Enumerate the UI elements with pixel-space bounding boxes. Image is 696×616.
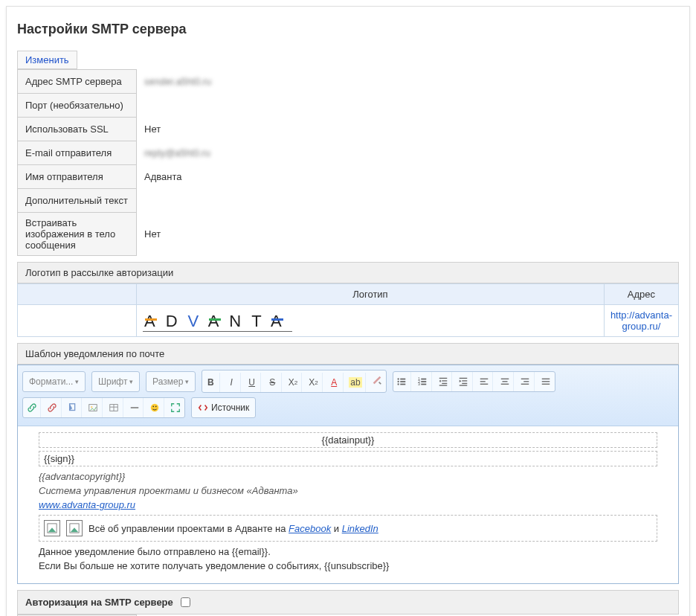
editor-toolbar: Формати...▾ Шрифт▾ Размер▾ B I U S X2 X2… [18,365,678,426]
svg-rect-31 [521,383,529,384]
svg-point-0 [398,378,399,379]
link-icon[interactable] [23,398,41,417]
svg-point-2 [398,380,399,382]
linkedin-placeholder-icon [66,520,83,536]
addr-col-header: Адрес [604,284,678,305]
svg-rect-32 [542,378,550,379]
advanta-logo: ADVANTA [143,310,292,332]
table-icon[interactable] [106,398,123,417]
svg-rect-5 [401,383,406,385]
superscript-icon[interactable]: X2 [305,373,323,392]
tmpl-sign: {{sign}} [39,451,657,466]
svg-marker-20 [460,379,462,382]
smtp-addr-label: Адрес SMTP сервера [18,70,137,94]
svg-rect-33 [542,381,550,382]
svg-rect-26 [500,378,509,379]
svg-rect-16 [442,382,447,383]
tmpl-footer2: Если Вы больше не хотите получать уведом… [39,560,657,571]
svg-rect-25 [480,383,489,384]
logo-section-header: Логотип в рассылке авторизации [17,262,679,283]
source-button[interactable]: Источник [192,398,255,417]
svg-rect-19 [463,380,468,381]
tmpl-social-text: Всё об управлении проектами в Адванте на… [88,523,378,534]
tmpl-social-block: Всё об управлении проектами в Адванте на… [39,515,657,542]
svg-rect-42 [130,407,138,408]
svg-rect-7 [421,378,426,379]
size-dropdown[interactable]: Размер▾ [146,372,195,391]
anchor-icon[interactable] [64,398,82,417]
ssl-value: Нет [137,118,219,141]
tmpl-copyright: {{advantacopyright}} [39,471,125,482]
from-email-value: reply@a5ht0.ru [137,141,219,165]
smtp-fields-table: Адрес SMTP сервера sender.a5ht0.ru Порт … [17,69,219,256]
edit-button[interactable]: Изменить [17,51,77,69]
email-template-editor: Формати...▾ Шрифт▾ Размер▾ B I U S X2 X2… [17,365,679,584]
bold-icon[interactable]: B [202,373,220,392]
svg-rect-12 [439,377,447,378]
ssl-label: Использовать SSL [18,118,137,141]
svg-rect-23 [480,378,489,379]
format-dropdown[interactable]: Формати...▾ [23,372,85,391]
text-color-icon[interactable]: A [326,373,344,392]
from-name-label: Имя отправителя [18,165,137,189]
from-name-value: Адванта [137,165,219,189]
subscript-icon[interactable]: X2 [284,373,302,392]
align-right-icon[interactable] [517,372,535,391]
svg-marker-49 [71,527,79,532]
svg-rect-21 [463,382,468,383]
logo-addr-link[interactable]: http://advanta-group.ru/ [610,309,672,332]
list-bullet-icon[interactable] [393,372,411,391]
strike-icon[interactable]: S [264,373,282,392]
italic-icon[interactable]: I [223,373,241,392]
tmpl-system-line: Система управления проектами и бизнесом … [39,485,298,496]
auth-section-header: Авторизация на SMTP сервере [17,590,679,615]
template-section-header: Шаблон уведомления по почте [17,343,679,365]
unlink-icon[interactable] [44,398,62,417]
extra-text-label: Дополнительный текст [18,189,137,213]
align-justify-icon[interactable] [537,372,555,391]
font-dropdown[interactable]: Шрифт▾ [92,372,139,391]
logo-table-empty-header [18,284,137,305]
align-left-icon[interactable] [475,372,493,391]
svg-text:3: 3 [418,382,420,386]
addr-cell: http://advanta-group.ru/ [604,305,678,337]
svg-rect-1 [401,378,406,379]
svg-rect-18 [460,377,468,378]
svg-point-4 [398,383,399,385]
port-label: Порт (необязательно) [18,94,137,118]
svg-point-38 [91,406,92,408]
page-title: Настройки SMTP сервера [17,22,679,37]
tmpl-footer1: Данное уведомление было отправлено на {{… [39,546,657,557]
from-email-label: E-mail отправителя [18,141,137,165]
svg-rect-17 [439,385,447,385]
svg-point-45 [155,405,157,407]
auth-enable-checkbox[interactable] [181,597,190,607]
bg-color-icon[interactable]: ab [346,373,365,392]
maximize-icon[interactable] [167,398,184,417]
underline-icon[interactable]: U [243,373,261,392]
smtp-settings-panel: Настройки SMTP сервера Изменить Адрес SM… [6,6,690,616]
list-number-icon[interactable]: 123 [414,372,432,391]
tmpl-site-link[interactable]: www.advanta-group.ru [39,499,135,510]
inline-img-value: Нет [137,213,219,256]
svg-marker-47 [48,527,57,532]
smiley-icon[interactable] [146,398,164,417]
svg-rect-34 [542,383,550,384]
svg-rect-24 [480,381,486,382]
indent-icon[interactable] [455,372,473,391]
extra-text-value [137,189,219,213]
facebook-link[interactable]: Facebook [289,523,331,534]
editor-body[interactable]: {{datainput}} {{sign}} {{advantacopyrigh… [18,426,678,583]
svg-marker-14 [439,379,441,381]
image-icon[interactable] [85,398,103,417]
svg-rect-29 [521,378,529,379]
hr-icon[interactable] [126,398,144,417]
clear-format-icon[interactable] [368,370,386,390]
logo-row-empty [18,305,137,337]
svg-rect-11 [421,383,426,385]
outdent-icon[interactable] [434,372,452,391]
svg-marker-36 [69,404,72,411]
linkedin-link[interactable]: LinkedIn [342,523,378,534]
align-center-icon[interactable] [496,372,514,391]
svg-rect-13 [442,380,447,381]
